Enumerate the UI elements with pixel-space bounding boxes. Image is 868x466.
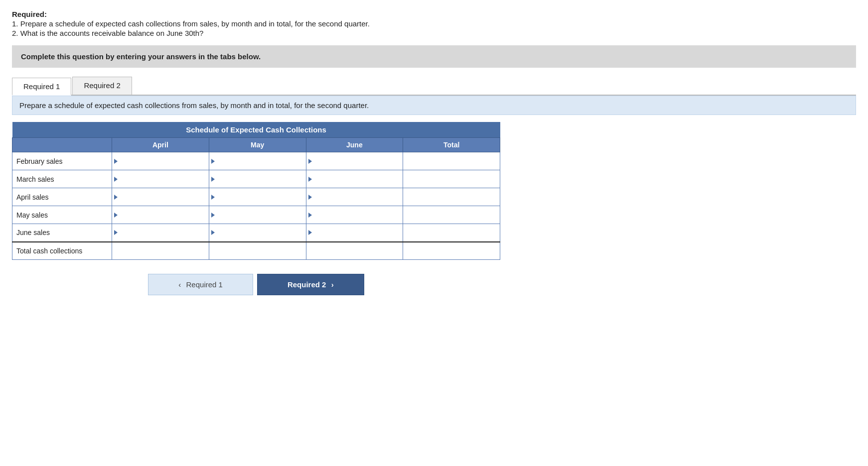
input-cell-june-row5[interactable]: [306, 242, 403, 260]
triangle-icon: [211, 230, 215, 235]
triangle-icon: [114, 213, 118, 218]
input-april-row5[interactable]: [112, 242, 209, 260]
tab-required-2[interactable]: Required 2: [72, 77, 132, 95]
input-cell-june-row1[interactable]: [306, 170, 403, 188]
input-cell-april-row0[interactable]: [112, 152, 209, 170]
triangle-icon: [114, 159, 118, 164]
col-header-total: Total: [403, 138, 500, 152]
row-label: March sales: [12, 170, 112, 188]
row-label: Total cash collections: [12, 242, 112, 260]
triangle-icon: [211, 159, 215, 164]
total-cell-row4[interactable]: [403, 224, 500, 242]
row-label: June sales: [12, 224, 112, 242]
row-label: April sales: [12, 188, 112, 206]
triangle-icon: [114, 177, 118, 182]
input-cell-april-row1[interactable]: [112, 170, 209, 188]
input-may-row1[interactable]: [209, 170, 306, 188]
bottom-nav: ‹ Required 1 Required 2 ›: [12, 274, 500, 295]
input-cell-may-row0[interactable]: [209, 152, 306, 170]
input-cell-june-row0[interactable]: [306, 152, 403, 170]
next-button[interactable]: Required 2 ›: [257, 274, 364, 295]
table-row: June sales: [12, 224, 500, 242]
input-cell-april-row2[interactable]: [112, 188, 209, 206]
input-june-row2[interactable]: [306, 188, 403, 206]
input-june-row3[interactable]: [306, 206, 403, 224]
input-june-row4[interactable]: [306, 224, 403, 241]
input-cell-june-row2[interactable]: [306, 188, 403, 206]
instruction-box: Complete this question by entering your …: [12, 45, 856, 68]
total-input-row1[interactable]: [403, 170, 500, 188]
input-cell-april-row4[interactable]: [112, 224, 209, 242]
total-cell-row0[interactable]: [403, 152, 500, 170]
next-label: Required 2: [288, 280, 326, 289]
input-april-row4[interactable]: [112, 224, 209, 241]
schedule-title-row: Schedule of Expected Cash Collections: [12, 122, 500, 138]
input-april-row0[interactable]: [112, 152, 209, 170]
required-label: Required:: [12, 10, 47, 18]
input-cell-april-row5[interactable]: [112, 242, 209, 260]
input-april-row2[interactable]: [112, 188, 209, 206]
triangle-icon: [308, 159, 312, 164]
input-june-row5[interactable]: [306, 242, 403, 260]
total-cell-row5[interactable]: [403, 242, 500, 260]
table-row: April sales: [12, 188, 500, 206]
input-cell-may-row3[interactable]: [209, 206, 306, 224]
total-input-row5[interactable]: [403, 242, 500, 260]
prev-button[interactable]: ‹ Required 1: [148, 274, 253, 295]
tabs-row: Required 1 Required 2: [12, 77, 856, 96]
col-header-june: June: [306, 138, 403, 152]
triangle-icon: [211, 213, 215, 218]
required-item1: 1. Prepare a schedule of expected cash c…: [12, 19, 856, 28]
tab-instruction: Prepare a schedule of expected cash coll…: [12, 96, 856, 115]
prev-arrow: ‹: [178, 280, 181, 289]
total-cell-row2[interactable]: [403, 188, 500, 206]
table-row: Total cash collections: [12, 242, 500, 260]
col-header-may: May: [209, 138, 306, 152]
col-header-april: April: [112, 138, 209, 152]
input-may-row5[interactable]: [209, 242, 306, 260]
row-label: May sales: [12, 206, 112, 224]
required-item2: 2. What is the accounts receivable balan…: [12, 29, 856, 37]
total-input-row2[interactable]: [403, 188, 500, 206]
input-april-row1[interactable]: [112, 170, 209, 188]
input-cell-may-row2[interactable]: [209, 188, 306, 206]
schedule-table: Schedule of Expected Cash Collections Ap…: [12, 122, 500, 260]
col-header-empty: [12, 138, 112, 152]
input-cell-june-row3[interactable]: [306, 206, 403, 224]
triangle-icon: [211, 177, 215, 182]
row-label: February sales: [12, 152, 112, 170]
triangle-icon: [308, 213, 312, 218]
triangle-icon: [308, 177, 312, 182]
required-header: Required: 1. Prepare a schedule of expec…: [12, 10, 856, 37]
schedule-title: Schedule of Expected Cash Collections: [12, 122, 500, 138]
input-cell-may-row4[interactable]: [209, 224, 306, 242]
input-may-row3[interactable]: [209, 206, 306, 224]
next-arrow: ›: [331, 280, 334, 289]
triangle-icon: [308, 230, 312, 235]
total-cell-row3[interactable]: [403, 206, 500, 224]
input-april-row3[interactable]: [112, 206, 209, 224]
total-input-row0[interactable]: [403, 152, 500, 170]
triangle-icon: [308, 195, 312, 200]
total-input-row3[interactable]: [403, 206, 500, 224]
input-cell-june-row4[interactable]: [306, 224, 403, 242]
input-june-row0[interactable]: [306, 152, 403, 170]
instruction-text: Complete this question by entering your …: [21, 52, 261, 61]
triangle-icon: [114, 195, 118, 200]
input-may-row2[interactable]: [209, 188, 306, 206]
input-may-row0[interactable]: [209, 152, 306, 170]
schedule-header-row: April May June Total: [12, 138, 500, 152]
total-cell-row1[interactable]: [403, 170, 500, 188]
table-row: May sales: [12, 206, 500, 224]
prev-label: Required 1: [186, 280, 223, 289]
input-may-row4[interactable]: [209, 224, 306, 241]
input-cell-may-row1[interactable]: [209, 170, 306, 188]
input-cell-april-row3[interactable]: [112, 206, 209, 224]
input-june-row1[interactable]: [306, 170, 403, 188]
table-row: February sales: [12, 152, 500, 170]
total-input-row4[interactable]: [403, 224, 500, 241]
triangle-icon: [114, 230, 118, 235]
table-row: March sales: [12, 170, 500, 188]
tab-required-1[interactable]: Required 1: [12, 78, 71, 96]
input-cell-may-row5[interactable]: [209, 242, 306, 260]
